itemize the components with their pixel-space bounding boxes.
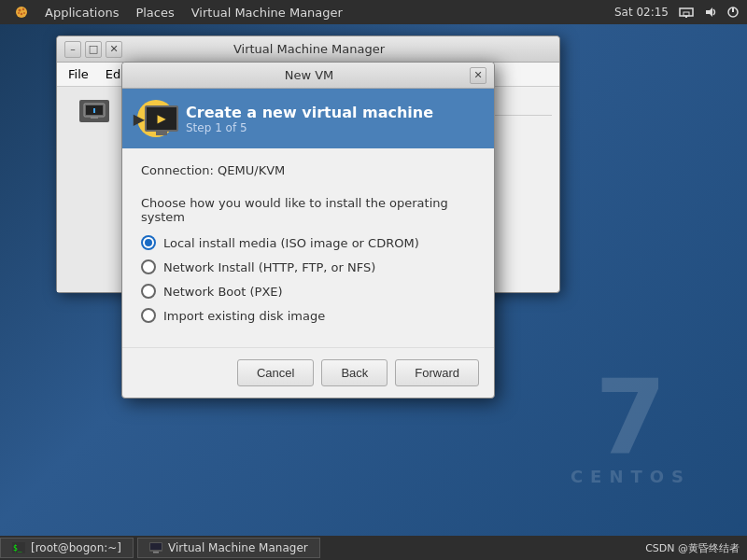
svg-point-3 [18, 12, 20, 14]
clock: Sat 02:15 [614, 6, 669, 19]
taskbar-vmm-label: Virtual Machine Manager [168, 541, 308, 554]
radio-network-boot[interactable]: Network Boot (PXE) [141, 284, 475, 299]
volume-icon [704, 6, 717, 19]
dialog-close-btn[interactable]: ✕ [470, 67, 486, 84]
svg-point-1 [19, 9, 21, 12]
vmm-sidebar-newvm[interactable] [61, 94, 127, 131]
radio-local-circle [141, 235, 156, 250]
forward-button[interactable]: Forward [395, 359, 479, 386]
desktop: 7 CENTOS Applications Places Virtual Mac… [0, 0, 747, 560]
new-vm-icon [79, 100, 109, 122]
svg-rect-14 [91, 117, 98, 119]
vmm-maximize-btn[interactable]: □ [85, 41, 102, 58]
vmm-window-controls: – □ ✕ [64, 41, 122, 58]
svg-point-2 [22, 8, 24, 10]
radio-import-label: Import existing disk image [163, 309, 325, 323]
dialog-header: ▶ Create a new virtual machine Step 1 of… [122, 89, 494, 148]
dialog-header-title: Create a new virtual machine [186, 104, 433, 121]
network-icon [678, 6, 695, 19]
taskbar-right: CSDN @黄昏终结者 [638, 541, 747, 555]
install-prompt: Choose how you would like to install the… [141, 196, 475, 224]
power-icon[interactable] [726, 6, 740, 19]
radio-network-install-circle [141, 259, 156, 274]
places-label: Places [135, 6, 174, 20]
vmm-menu[interactable]: Virtual Machine Manager [184, 4, 350, 21]
connection-value: QEMU/KVM [218, 163, 285, 177]
connection-row: Connection: QEMU/KVM [141, 163, 475, 177]
radio-network-install-label: Network Install (HTTP, FTP, or NFS) [163, 260, 375, 274]
terminal-icon: $_ [12, 542, 25, 553]
radio-network-install[interactable]: Network Install (HTTP, FTP, or NFS) [141, 259, 475, 274]
dialog-header-text: Create a new virtual machine Step 1 of 5 [186, 104, 433, 134]
vmm-sidebar [57, 87, 132, 292]
dialog-body: Connection: QEMU/KVM Choose how you woul… [122, 148, 494, 347]
vmm-file-menu[interactable]: File [61, 64, 96, 84]
dialog-title: New VM [148, 68, 470, 82]
svg-text:$_: $_ [13, 544, 22, 553]
radio-network-boot-label: Network Boot (PXE) [163, 285, 283, 299]
svg-point-5 [23, 12, 25, 14]
gnome-foot-icon[interactable] [7, 4, 35, 21]
radio-import-circle [141, 308, 156, 323]
dialog-titlebar: New VM ✕ [122, 63, 494, 89]
taskbar-terminal-label: [root@bogon:~] [31, 541, 121, 554]
taskbar-terminal[interactable]: $_ [root@bogon:~] [0, 538, 134, 558]
radio-import[interactable]: Import existing disk image [141, 308, 475, 323]
dialog-header-icon: ▶ [137, 100, 175, 137]
cancel-button[interactable]: Cancel [237, 359, 314, 386]
taskbar: $_ [root@bogon:~] Virtual Machine Manage… [0, 536, 747, 560]
top-panel: Applications Places Virtual Machine Mana… [0, 0, 747, 24]
radio-local-label: Local install media (ISO image or CDROM) [163, 236, 419, 250]
back-button[interactable]: Back [321, 359, 388, 386]
connection-label: Connection: [141, 163, 218, 177]
new-vm-dialog: New VM ✕ ▶ Create a new virtual machine … [121, 62, 495, 399]
taskbar-vmm-icon [149, 542, 162, 553]
top-panel-left: Applications Places Virtual Machine Mana… [7, 4, 350, 21]
taskbar-right-text: CSDN @黄昏终结者 [645, 541, 740, 555]
applications-menu[interactable]: Applications [37, 4, 126, 21]
svg-marker-9 [706, 7, 712, 17]
svg-rect-20 [150, 543, 162, 550]
places-menu[interactable]: Places [128, 4, 181, 21]
centos-logo: 7 CENTOS [571, 366, 691, 485]
svg-rect-21 [153, 552, 159, 553]
dialog-step: Step 1 of 5 [186, 121, 433, 134]
vmm-titlebar: – □ ✕ Virtual Machine Manager [57, 36, 559, 63]
radio-local[interactable]: Local install media (ISO image or CDROM) [141, 235, 475, 250]
applications-label: Applications [45, 6, 119, 20]
svg-point-4 [21, 13, 22, 15]
radio-network-boot-circle [141, 284, 156, 299]
vmm-minimize-btn[interactable]: – [64, 41, 81, 58]
top-panel-right: Sat 02:15 [614, 6, 740, 19]
taskbar-vmm[interactable]: Virtual Machine Manager [137, 538, 320, 558]
dialog-footer: Cancel Back Forward [122, 347, 494, 398]
svg-rect-8 [685, 16, 687, 18]
vmm-window-title: Virtual Machine Manager [122, 42, 496, 56]
centos-number: 7 [571, 366, 691, 469]
vmm-close-btn[interactable]: ✕ [106, 41, 122, 58]
centos-text: CENTOS [571, 469, 691, 485]
svg-point-0 [16, 7, 27, 18]
vmm-label: Virtual Machine Manager [191, 6, 343, 20]
